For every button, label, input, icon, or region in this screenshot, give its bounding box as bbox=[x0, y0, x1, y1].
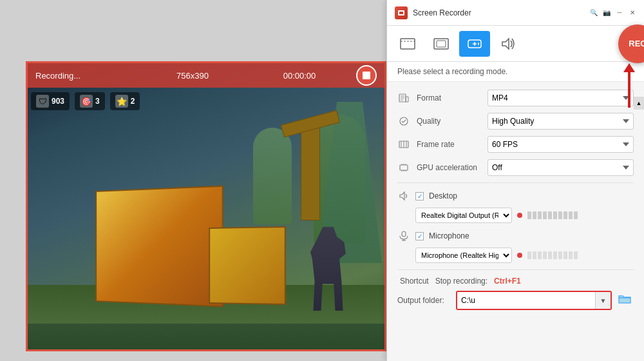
mic-vol-seg-5 bbox=[548, 251, 552, 259]
recording-label: Recording... bbox=[35, 71, 136, 81]
recorder-panel: Screen Recorder 🔍 📷 ─ ✕ bbox=[386, 0, 644, 361]
gpu-label: GPU acceleration bbox=[417, 163, 481, 172]
framerate-row: Frame rate 60 FPS 30 FPS 24 FPS bbox=[397, 136, 634, 153]
vol-seg-5 bbox=[548, 211, 552, 219]
vol-seg-2 bbox=[533, 211, 536, 219]
app-icon bbox=[395, 6, 408, 19]
close-btn[interactable]: ✕ bbox=[629, 9, 636, 17]
vol-seg-1 bbox=[527, 211, 531, 219]
mic-vol-seg-2 bbox=[533, 251, 536, 259]
hud-score-icon: 🛡 bbox=[36, 95, 49, 108]
framerate-icon bbox=[397, 138, 410, 151]
rec-button[interactable]: REC bbox=[618, 24, 644, 63]
scroll-up-arrow[interactable]: ▲ bbox=[634, 97, 644, 110]
svg-rect-24 bbox=[402, 231, 406, 237]
minimize-btn[interactable]: ─ bbox=[616, 9, 623, 17]
desktop-volume-bar bbox=[527, 211, 578, 219]
recording-bar: Recording... 756x390 00:00:00 bbox=[28, 63, 384, 88]
vol-seg-8 bbox=[564, 211, 567, 219]
search-btn[interactable]: 🔍 bbox=[590, 9, 598, 17]
camera-btn[interactable]: 📷 bbox=[603, 9, 611, 17]
svg-point-12 bbox=[400, 117, 408, 125]
hud-assists-value: 2 bbox=[131, 97, 135, 106]
stop-icon bbox=[363, 72, 370, 79]
desktop-audio-checkbox[interactable] bbox=[415, 192, 424, 200]
desktop-device-select[interactable]: Realtek Digital Output (Rea... bbox=[415, 208, 512, 223]
microphone-volume-bar bbox=[527, 251, 578, 259]
resolution-label: 756x390 bbox=[142, 71, 243, 81]
browse-folder-button[interactable] bbox=[616, 291, 634, 309]
output-row: Output folder: ▼ bbox=[397, 291, 634, 310]
svg-rect-2 bbox=[437, 41, 446, 47]
gpu-row: GPU acceleration Off On bbox=[397, 159, 634, 176]
framerate-label: Frame rate bbox=[417, 140, 481, 149]
status-bar: Please select a recording mode. bbox=[387, 62, 644, 82]
vol-seg-10 bbox=[574, 211, 578, 219]
format-row: Format MP4 AVI MOV bbox=[397, 90, 634, 106]
gpu-select[interactable]: Off On bbox=[488, 159, 634, 176]
desktop-audio-row: Desktop bbox=[397, 190, 634, 202]
mic-vol-seg-1 bbox=[527, 251, 531, 259]
vol-seg-9 bbox=[569, 211, 573, 219]
title-bar: Screen Recorder 🔍 📷 ─ ✕ bbox=[387, 0, 644, 26]
output-input-wrapper: ▼ bbox=[456, 291, 612, 310]
microphone-icon bbox=[397, 229, 410, 242]
format-select[interactable]: MP4 AVI MOV bbox=[488, 90, 634, 106]
app-icon-inner bbox=[398, 10, 404, 15]
format-icon bbox=[397, 92, 410, 104]
divider-1 bbox=[397, 182, 634, 183]
microphone-checkbox[interactable] bbox=[415, 232, 424, 240]
timer-label: 00:00:00 bbox=[249, 71, 350, 81]
microphone-volume-indicator bbox=[517, 253, 522, 258]
mic-vol-seg-8 bbox=[564, 251, 567, 259]
svg-rect-0 bbox=[401, 39, 415, 49]
vol-seg-6 bbox=[553, 211, 557, 219]
hud-kills: 🎯 3 bbox=[75, 92, 105, 110]
vol-seg-7 bbox=[558, 211, 562, 219]
quality-label: Quality bbox=[417, 117, 481, 126]
quality-select[interactable]: High Quality Medium Quality Low Quality bbox=[488, 113, 634, 130]
desktop-device-row: Realtek Digital Output (Rea... bbox=[397, 208, 634, 223]
quality-row: Quality High Quality Medium Quality Low … bbox=[397, 113, 634, 130]
mic-vol-seg-9 bbox=[569, 251, 573, 259]
app-title: Screen Recorder bbox=[413, 8, 585, 17]
stop-button[interactable] bbox=[356, 65, 377, 86]
toolbar: REC bbox=[387, 26, 644, 62]
shortcut-keys: Ctrl+F1 bbox=[494, 277, 521, 286]
shortcut-row: Shortcut Stop recording: Ctrl+F1 bbox=[397, 277, 634, 286]
status-text: Please select a recording mode. bbox=[397, 67, 507, 76]
settings-area: Format MP4 AVI MOV Quality High Quality … bbox=[387, 82, 644, 361]
svg-rect-1 bbox=[434, 39, 448, 49]
mic-vol-seg-7 bbox=[558, 251, 562, 259]
microphone-label: Microphone bbox=[429, 231, 469, 240]
svg-rect-17 bbox=[400, 165, 408, 170]
hud-kills-value: 3 bbox=[95, 97, 100, 106]
window-controls: 🔍 📷 ─ ✕ bbox=[590, 9, 636, 17]
divider-2 bbox=[397, 269, 634, 270]
microphone-audio-section: Microphone Microphone (Realtek High ... bbox=[397, 229, 634, 263]
hud-score-value: 903 bbox=[52, 97, 64, 106]
mode-audio-button[interactable] bbox=[493, 31, 524, 57]
shortcut-action: Stop recording: bbox=[435, 277, 488, 286]
framerate-select[interactable]: 60 FPS 30 FPS 24 FPS bbox=[488, 136, 634, 153]
mic-vol-seg-6 bbox=[553, 251, 557, 259]
shortcut-label: Shortcut bbox=[400, 277, 429, 286]
quality-icon bbox=[397, 115, 410, 128]
output-path-input[interactable] bbox=[457, 292, 595, 309]
gpu-icon bbox=[397, 161, 410, 174]
mic-vol-seg-10 bbox=[574, 251, 578, 259]
output-label: Output folder: bbox=[397, 296, 452, 305]
mode-region-button[interactable] bbox=[392, 31, 423, 57]
mic-vol-seg-3 bbox=[538, 251, 542, 259]
hud-assists-icon: ⭐ bbox=[115, 95, 128, 108]
format-label: Format bbox=[417, 93, 481, 102]
microphone-device-select[interactable]: Microphone (Realtek High ... bbox=[415, 248, 512, 263]
vol-seg-4 bbox=[543, 211, 547, 219]
game-area: Recording... 756x390 00:00:00 🛡 903 🎯 3 … bbox=[26, 61, 386, 351]
output-dropdown-button[interactable]: ▼ bbox=[595, 292, 611, 309]
mode-fullscreen-button[interactable] bbox=[426, 31, 457, 57]
mode-game-button[interactable] bbox=[459, 31, 490, 57]
vol-seg-3 bbox=[538, 211, 542, 219]
microphone-audio-row: Microphone bbox=[397, 229, 634, 242]
speaker-icon bbox=[397, 190, 410, 202]
